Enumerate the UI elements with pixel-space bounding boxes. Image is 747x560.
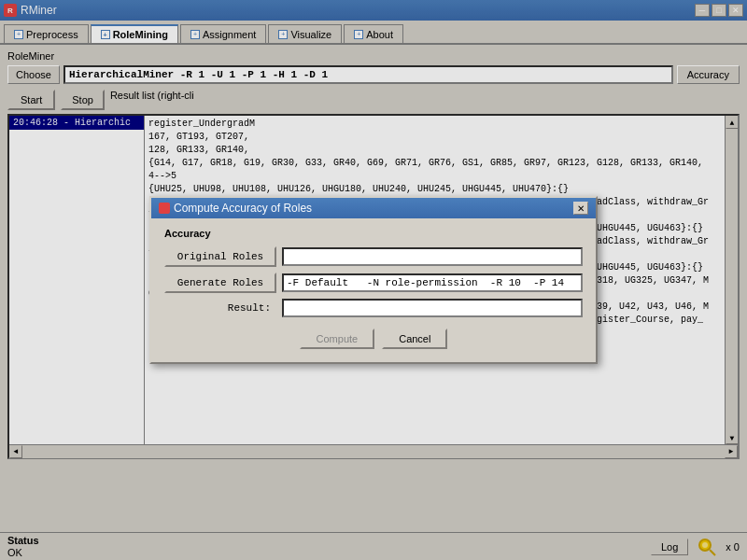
modal-body: Accuracy Original Roles Generate Roles R… xyxy=(151,218,596,362)
original-roles-button[interactable]: Original Roles xyxy=(164,246,276,267)
modal-section-label: Accuracy xyxy=(164,228,583,239)
modal-close-button[interactable]: ✕ xyxy=(573,202,588,215)
result-row-label: Result: xyxy=(164,302,276,314)
modal-title: Compute Accuracy of Roles xyxy=(174,202,312,215)
modal-title-bar: Compute Accuracy of Roles ✕ xyxy=(151,198,596,218)
modal-row-original: Original Roles xyxy=(164,246,583,267)
generate-roles-button[interactable]: Generate Roles xyxy=(164,273,276,293)
original-roles-input[interactable] xyxy=(282,247,583,266)
modal-app-icon xyxy=(159,203,170,214)
modal-row-generate: Generate Roles xyxy=(164,273,583,293)
modal-compute-accuracy: Compute Accuracy of Roles ✕ Accuracy Ori… xyxy=(149,196,598,364)
compute-button[interactable]: Compute xyxy=(300,329,375,349)
generate-roles-input[interactable] xyxy=(282,273,583,292)
modal-overlay: Compute Accuracy of Roles ✕ Accuracy Ori… xyxy=(0,0,747,560)
result-input[interactable] xyxy=(282,299,583,317)
modal-bottom-row: Compute Cancel xyxy=(164,329,583,353)
cancel-button[interactable]: Cancel xyxy=(382,329,447,349)
modal-row-result: Result: xyxy=(164,299,583,317)
